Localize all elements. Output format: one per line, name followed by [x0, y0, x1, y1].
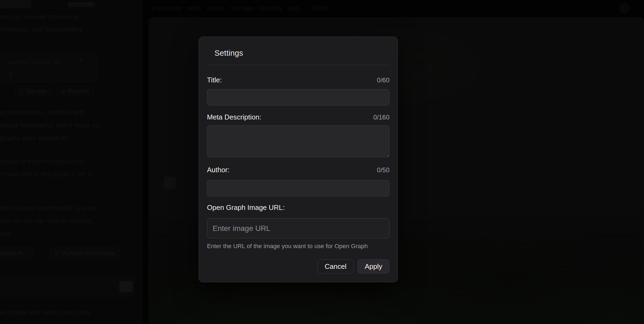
meta-description-textarea[interactable] [207, 125, 389, 157]
author-char-counter: 0/50 [377, 166, 389, 174]
title-input[interactable] [207, 89, 389, 105]
og-image-helper-text: Enter the URL of the image you want to u… [207, 243, 389, 250]
modal-title-divider [207, 65, 389, 65]
author-label: Author: [207, 166, 230, 174]
modal-title: Settings [214, 48, 389, 58]
og-image-url-label: Open Graph Image URL: [207, 203, 285, 212]
modal-actions: Cancel Apply [207, 259, 389, 273]
author-input[interactable] [207, 180, 389, 196]
cancel-button[interactable]: Cancel [317, 259, 354, 273]
settings-modal: Settings Title: 0/60 Meta Description: 0… [199, 37, 398, 282]
title-label: Title: [207, 76, 222, 84]
meta-description-char-counter: 0/160 [373, 113, 389, 121]
og-image-url-input[interactable] [207, 218, 389, 238]
title-char-counter: 0/60 [377, 76, 389, 84]
apply-button[interactable]: Apply [357, 259, 389, 273]
meta-description-label: Meta Description: [207, 113, 261, 121]
